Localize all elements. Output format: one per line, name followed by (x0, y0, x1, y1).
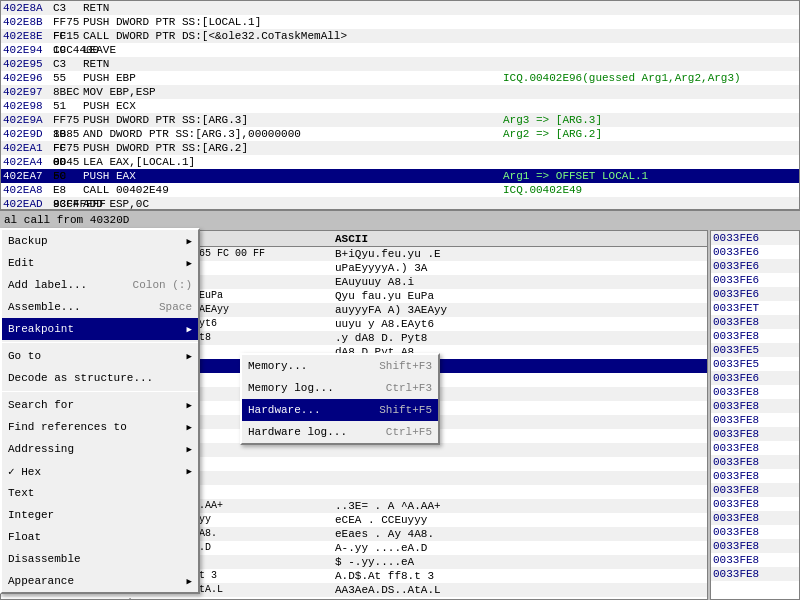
disasm-bytes: FF75 0C (53, 141, 81, 155)
menu-item-label: Appearance (8, 575, 183, 587)
hex-ascii: A-.yy ....eA.D (333, 541, 707, 555)
disasm-comment (499, 43, 799, 57)
disasm-asm: RETN (81, 57, 499, 71)
disasm-addr: 402E9D (1, 127, 53, 141)
disasm-asm: LEA EAX,[LOCAL.1] (81, 155, 499, 169)
disasm-asm: PUSH ECX (81, 99, 499, 113)
menu-item-edit[interactable]: Edit▶ (2, 252, 198, 274)
disasm-row[interactable]: 402E8AC3RETN (1, 1, 799, 15)
disasm-row[interactable]: 402E978BECMOV EBP,ESP (1, 85, 799, 99)
disasm-comment: Arg1 => OFFSET LOCAL.1 (499, 169, 799, 183)
disasm-asm: CALL DWORD PTR DS:[<&ole32.CoTaskMemAll> (81, 29, 499, 43)
disasm-addr: 402E97 (1, 85, 53, 99)
disasm-asm: PUSH DWORD PTR SS:[ARG.3] (81, 113, 499, 127)
hex-ascii (333, 443, 707, 457)
menu-item-assemble[interactable]: Assemble...Space (2, 296, 198, 318)
disasm-row[interactable]: 402EA1FF75 0CPUSH DWORD PTR SS:[ARG.2] (1, 141, 799, 155)
menu-item-add-label[interactable]: Add label...Colon (:) (2, 274, 198, 296)
hex-ascii: eEaes . Ay 4A8. (333, 527, 707, 541)
menu-item-search[interactable]: Search for▶ (2, 394, 198, 416)
menu-item-shortcut: Colon (:) (133, 279, 192, 291)
menu-separator (2, 391, 198, 392)
disasm-row[interactable]: 402E8EFF15 1CC4400CALL DWORD PTR DS:[<&o… (1, 29, 799, 43)
hex-ascii: uuyu y A8.EAyt6 (333, 317, 707, 331)
disasm-addr: 402E9A (1, 113, 53, 127)
menu-item-hex[interactable]: ✓ Hex▶ (2, 460, 198, 482)
disasm-row[interactable]: 402E9851PUSH ECX (1, 99, 799, 113)
right-row: 0033FE5 (711, 343, 799, 357)
submenu-arrow-icon: ▶ (187, 258, 192, 269)
right-panel: 0033FE60033FE60033FE60033FE60033FE60033F… (710, 230, 800, 600)
right-row: 0033FE8 (711, 525, 799, 539)
disasm-bytes: 51 (53, 99, 81, 113)
menu-item-label: ✓ Hex (8, 465, 183, 478)
menu-item-backup[interactable]: Backup▶ (2, 230, 198, 252)
bp-submenu-item-0[interactable]: Memory...Shift+F3 (242, 355, 438, 377)
disasm-asm: LEAVE (81, 43, 499, 57)
disasm-comment (499, 1, 799, 15)
disasm-asm: PUSH DWORD PTR SS:[ARG.2] (81, 141, 499, 155)
hex-ascii: ..3E= . A ^A.AA+ (333, 499, 707, 513)
bp-submenu-item-3[interactable]: Hardware log...Ctrl+F5 (242, 421, 438, 443)
menu-item-label: Backup (8, 235, 183, 247)
submenu-arrow-icon: ▶ (187, 444, 192, 455)
bp-submenu-item-2[interactable]: Hardware...Shift+F5 (242, 399, 438, 421)
menu-item-decode[interactable]: Decode as structure... (2, 367, 198, 389)
disasm-bytes: FF75 FC (53, 15, 81, 29)
menu-item-addressing[interactable]: Addressing▶ (2, 438, 198, 460)
disasm-row[interactable]: 402EA750PUSH EAXArg1 => OFFSET LOCAL.1 (1, 169, 799, 183)
bp-submenu-shortcut: Ctrl+F3 (386, 382, 432, 394)
right-row: 0033FE8 (711, 399, 799, 413)
context-menu: Backup▶Edit▶Add label...Colon (:)Assembl… (0, 228, 200, 594)
hex-ascii: .y dA8 D. Pyt8 (333, 331, 707, 345)
menu-item-text[interactable]: Text (2, 482, 198, 504)
hex-ascii: B+iQyu.feu.yu .E (333, 247, 707, 261)
menu-item-float[interactable]: Float (2, 526, 198, 548)
menu-item-appearance[interactable]: Appearance▶ (2, 570, 198, 592)
disasm-row[interactable]: 402EA8E8 9CFFFFFFCALL 00402E49ICQ.00402E… (1, 183, 799, 197)
bp-submenu-label: Hardware... (248, 404, 371, 416)
disasm-row[interactable]: 402E9655PUSH EBPICQ.00402E96(guessed Arg… (1, 71, 799, 85)
hex-ascii: $ -.yy....eA (333, 555, 707, 569)
right-row: 0033FE6 (711, 259, 799, 273)
menu-item-label: Edit (8, 257, 183, 269)
status-bar: al call from 40320D (0, 210, 800, 228)
disasm-row[interactable]: 402E9D8B85 FC 00AND DWORD PTR SS:[ARG.3]… (1, 127, 799, 141)
disasm-row[interactable]: 402E9AFF75 10PUSH DWORD PTR SS:[ARG.3]Ar… (1, 113, 799, 127)
menu-item-breakpoint[interactable]: Breakpoint▶ (2, 318, 198, 340)
disasm-addr: 402EA1 (1, 141, 53, 155)
disasm-row[interactable]: 402EAD83C4 0CADD ESP,0C (1, 197, 799, 210)
menu-item-integer[interactable]: Integer (2, 504, 198, 526)
disasm-comment: ICQ.00402E49 (499, 183, 799, 197)
disasm-asm: AND DWORD PTR SS:[ARG.3],00000000 (81, 127, 499, 141)
right-row: 0033FE8 (711, 385, 799, 399)
disasm-bytes: C3 (53, 1, 81, 15)
menu-item-goto[interactable]: Go to▶ (2, 345, 198, 367)
menu-item-disassemble[interactable]: Disassemble (2, 548, 198, 570)
menu-item-label: Addressing (8, 443, 183, 455)
menu-item-label: Text (8, 487, 192, 499)
menu-item-find-refs[interactable]: Find references to▶ (2, 416, 198, 438)
disasm-comment (499, 29, 799, 43)
right-row: 0033FE8 (711, 483, 799, 497)
disasm-bytes: C3 (53, 57, 81, 71)
submenu-arrow-icon: ▶ (187, 236, 192, 247)
bp-submenu-item-1[interactable]: Memory log...Ctrl+F3 (242, 377, 438, 399)
disasm-addr: 402EAD (1, 197, 53, 210)
hex-ascii (333, 457, 707, 471)
submenu-arrow-icon: ▶ (187, 422, 192, 433)
disasm-addr: 402E8A (1, 1, 53, 15)
menu-item-label: Integer (8, 509, 192, 521)
menu-item-label: Disassemble (8, 553, 192, 565)
hex-ascii (333, 471, 707, 485)
disasm-asm: ADD ESP,0C (81, 197, 499, 210)
menu-item-label: Decode as structure... (8, 372, 192, 384)
disasm-row[interactable]: 402E94C9LEAVE (1, 43, 799, 57)
disasm-row[interactable]: 402EA48D45 FCLEA EAX,[LOCAL.1] (1, 155, 799, 169)
right-rows: 0033FE60033FE60033FE60033FE60033FE60033F… (711, 231, 799, 581)
disasm-row[interactable]: 402E95C3RETN (1, 57, 799, 71)
disasm-bytes: 55 (53, 71, 81, 85)
right-row: 0033FE8 (711, 329, 799, 343)
disasm-row[interactable]: 402E8BFF75 FCPUSH DWORD PTR SS:[LOCAL.1] (1, 15, 799, 29)
right-row: 0033FE8 (711, 413, 799, 427)
